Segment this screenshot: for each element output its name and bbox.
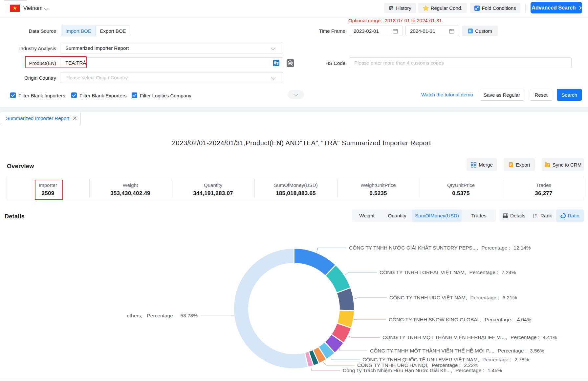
svg-text:A: A (276, 62, 279, 66)
